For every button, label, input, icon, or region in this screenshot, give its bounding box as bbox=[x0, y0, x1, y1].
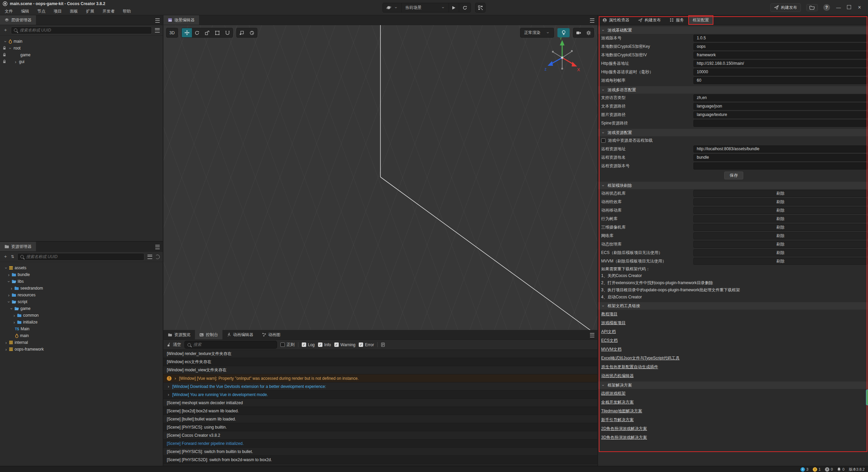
spine-path-input[interactable] bbox=[693, 120, 868, 127]
console-message[interactable]: [Scene] [box2d]:box2d wasm lib loaded. bbox=[163, 407, 597, 415]
camera-settings-button[interactable] bbox=[573, 28, 584, 37]
asset-node-assets[interactable]: › assets bbox=[0, 264, 163, 271]
log-file-icon[interactable] bbox=[381, 342, 385, 347]
create-asset-button[interactable]: ＋ bbox=[3, 254, 8, 260]
tab-inspector[interactable]: 属性检查器 bbox=[598, 15, 634, 25]
crypto-iv-input[interactable]: framework bbox=[693, 52, 868, 59]
panel-menu-icon[interactable] bbox=[590, 333, 594, 337]
tab-services[interactable]: 服务 bbox=[665, 15, 688, 25]
console-message-warning[interactable]: ! › [Window] [Vue warn]: Property "onInp… bbox=[163, 374, 597, 382]
scene-viewport[interactable]: 3D bbox=[163, 25, 597, 330]
link-tutorial-project[interactable]: 教程项目 bbox=[601, 311, 617, 317]
save-button[interactable]: 保存 bbox=[724, 172, 743, 179]
restore-button[interactable] bbox=[847, 5, 851, 10]
remove-module-button[interactable]: 剔除 bbox=[693, 224, 868, 231]
chevron-right-icon[interactable]: › bbox=[167, 384, 170, 389]
crypto-key-input[interactable]: oops bbox=[693, 43, 868, 50]
preview-qr-button[interactable] bbox=[475, 3, 486, 13]
filter-info-checkbox[interactable]: ✓ Info bbox=[318, 342, 331, 347]
console-message[interactable]: [Window] ecs文件夹存在 bbox=[163, 358, 597, 366]
open-project-folder-button[interactable] bbox=[806, 4, 818, 11]
regex-checkbox[interactable]: 正则 bbox=[280, 342, 295, 348]
filter-icon[interactable] bbox=[147, 255, 152, 259]
asset-node-seedrandom[interactable]: › seedrandom bbox=[0, 285, 163, 292]
remove-module-button[interactable]: 剔除 bbox=[693, 258, 868, 265]
clear-console-button[interactable]: 清空 bbox=[167, 342, 181, 348]
asset-node-libs[interactable]: › libs bbox=[0, 278, 163, 285]
panel-menu-icon[interactable] bbox=[155, 245, 160, 249]
filter-warning-checkbox[interactable]: ✓ Warning bbox=[334, 342, 355, 347]
refresh-icon[interactable] bbox=[155, 255, 160, 259]
scrollbar-thumb[interactable] bbox=[866, 390, 868, 405]
chevron-down-icon[interactable]: › bbox=[3, 39, 8, 43]
link-animator-editor[interactable]: 动画状态机编辑器 bbox=[601, 373, 634, 379]
sort-icon[interactable]: ⇅ bbox=[11, 254, 14, 259]
reload-button[interactable] bbox=[459, 3, 471, 12]
http-server-input[interactable]: http://192.168.0.150/main/ bbox=[693, 60, 868, 67]
menu-extension[interactable]: 扩展 bbox=[82, 8, 98, 14]
panel-menu-icon[interactable] bbox=[590, 18, 594, 23]
asset-node-common[interactable]: › common bbox=[0, 312, 163, 319]
section-solutions[interactable]: › 框架解决方案 bbox=[598, 381, 868, 389]
pivot-toggle-button[interactable] bbox=[237, 28, 247, 37]
remote-url-input[interactable]: http://localhost:8083/assets/bundle bbox=[693, 145, 868, 153]
console-message-info[interactable]: › [Window] You are running Vue in develo… bbox=[163, 391, 597, 399]
section-i18n[interactable]: › 游戏多语言配置 bbox=[598, 86, 868, 94]
tab-animation-editor[interactable]: 动画编辑器 bbox=[222, 330, 258, 339]
gear-icon[interactable] bbox=[584, 28, 594, 37]
chevron-down-icon[interactable]: › bbox=[7, 300, 11, 304]
menu-developer[interactable]: 开发者 bbox=[98, 8, 119, 14]
status-info-count[interactable]: i 3 bbox=[801, 467, 808, 472]
hierarchy-search-input[interactable]: 搜索名称或 UUID bbox=[11, 26, 152, 34]
scene-selector-dropdown[interactable]: 当前场景 › bbox=[402, 3, 449, 12]
console-message[interactable]: [Scene] [PHYSICS2D]: switch from box2d-w… bbox=[163, 456, 597, 464]
console-message[interactable]: [Window] model_view文件夹存在 bbox=[163, 366, 597, 374]
link-game-template[interactable]: 游戏模板项目 bbox=[601, 320, 626, 326]
lock-icon[interactable] bbox=[3, 46, 6, 50]
move-tool-button[interactable] bbox=[182, 28, 192, 37]
chevron-right-icon[interactable]: › bbox=[7, 273, 11, 277]
remove-module-button[interactable]: 剔除 bbox=[693, 207, 868, 214]
menu-edit[interactable]: 编辑 bbox=[17, 8, 33, 14]
link-api-docs[interactable]: API文档 bbox=[601, 329, 616, 335]
link-3d-rpg-solution[interactable]: 3D角色扮演游戏解决方案 bbox=[601, 435, 647, 440]
chevron-down-icon[interactable]: › bbox=[4, 266, 8, 270]
tab-scene-editor[interactable]: 场景编辑器 bbox=[163, 15, 199, 25]
close-button[interactable]: × bbox=[856, 4, 863, 11]
coordinate-toggle-button[interactable] bbox=[247, 28, 257, 37]
console-message[interactable]: [Window] render_texture文件夹存在 bbox=[163, 350, 597, 358]
status-warning-count[interactable]: ! 1 bbox=[813, 467, 821, 472]
chevron-right-icon[interactable]: › bbox=[174, 376, 177, 380]
menu-file[interactable]: 文件 bbox=[1, 8, 17, 14]
section-game-basic[interactable]: › 游戏基础配置 bbox=[598, 26, 868, 34]
rotate-tool-button[interactable] bbox=[192, 28, 202, 37]
status-notifications[interactable]: 0 bbox=[837, 467, 844, 471]
asset-node-internal[interactable]: › internal bbox=[0, 339, 163, 346]
filter-icon[interactable] bbox=[155, 28, 160, 33]
assets-search-input[interactable]: 搜索名称或 UUID bbox=[17, 253, 144, 261]
hierarchy-node-main[interactable]: › main bbox=[0, 38, 163, 45]
link-ecs-docs[interactable]: ECS文档 bbox=[601, 338, 618, 343]
menu-panel[interactable]: 面板 bbox=[66, 8, 82, 14]
tab-build[interactable]: 构建发布 bbox=[634, 15, 665, 25]
remove-module-button[interactable]: 剔除 bbox=[693, 241, 868, 248]
console-message[interactable]: [Scene] Cocos Creator v3.8.2 bbox=[163, 431, 597, 439]
section-docs[interactable]: › 框架文档工具链接 bbox=[598, 302, 868, 310]
chevron-right-icon[interactable]: › bbox=[12, 313, 16, 318]
build-publish-button[interactable]: 构建发布 bbox=[770, 3, 801, 12]
console-search-input[interactable]: 搜索 bbox=[184, 341, 277, 349]
preview-target-dropdown[interactable]: › bbox=[383, 3, 402, 12]
console-message-info[interactable]: › [Window] Download the Vue Devtools ext… bbox=[163, 382, 597, 391]
lock-icon[interactable] bbox=[3, 53, 6, 57]
chevron-right-icon[interactable]: › bbox=[12, 320, 16, 324]
chevron-down-icon[interactable]: › bbox=[7, 279, 11, 283]
languages-input[interactable]: zh,en bbox=[693, 94, 868, 101]
chevron-right-icon[interactable]: › bbox=[4, 340, 8, 345]
menu-project[interactable]: 项目 bbox=[50, 8, 66, 14]
tab-console[interactable]: 控制台 bbox=[195, 330, 222, 339]
remove-module-button[interactable]: 剔除 bbox=[693, 198, 868, 205]
minimize-button[interactable]: — bbox=[835, 5, 842, 10]
chevron-right-icon[interactable]: › bbox=[7, 293, 11, 297]
asset-node-oops-framework[interactable]: › oops-framework bbox=[0, 346, 163, 353]
rect-tool-button[interactable] bbox=[212, 28, 222, 37]
